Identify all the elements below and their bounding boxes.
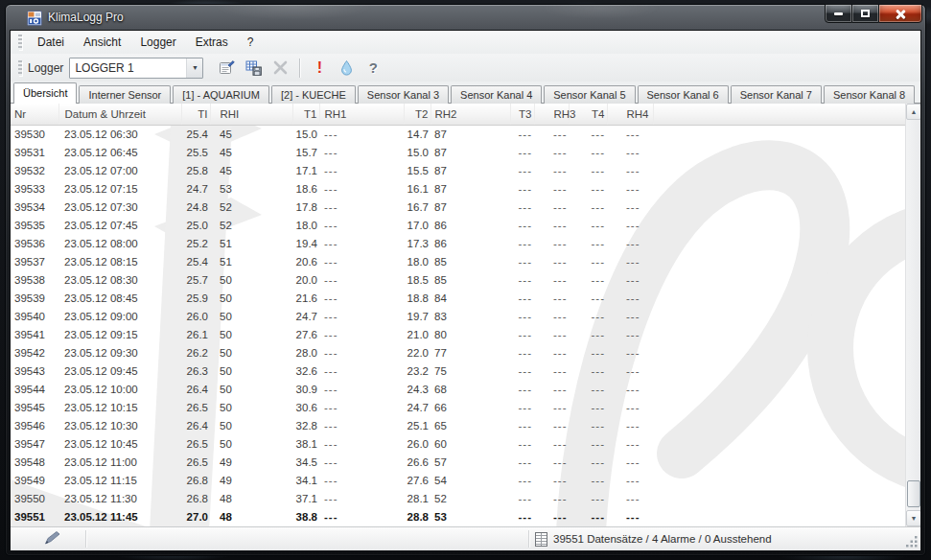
cell-t3: ---: [510, 162, 534, 180]
cell-ti: 26.2: [181, 344, 210, 362]
table-row[interactable]: 3953423.05.12 07:3024.85217.8---16.787--…: [11, 198, 907, 217]
cell-rhi: 45: [210, 125, 292, 144]
tab-uebersicht[interactable]: Übersicht: [13, 82, 77, 104]
col-header-rh1[interactable]: RH1: [319, 104, 404, 125]
tab-kanal-7[interactable]: Sensor Kanal 7: [731, 85, 822, 104]
tab-kanal-4[interactable]: Sensor Kanal 4: [451, 85, 542, 104]
table-row[interactable]: 3953223.05.12 07:0025.84517.1---15.587--…: [11, 162, 907, 180]
cell-rh2: 68: [431, 381, 510, 399]
table-row[interactable]: 3953723.05.12 08:1525.45120.6---18.085--…: [11, 253, 907, 271]
table-row[interactable]: 3955123.05.12 11:4527.04838.8---28.853--…: [11, 508, 907, 526]
col-header-rh2[interactable]: RH2: [431, 104, 510, 125]
col-header-datum[interactable]: Datum & Uhrzeit: [58, 104, 181, 125]
cell-rh3: ---: [534, 508, 569, 526]
tab-kanal-1[interactable]: [1] - AQUARIUM: [173, 85, 269, 104]
cell-rh1: ---: [319, 454, 404, 472]
col-header-rh3[interactable]: RH3: [534, 104, 569, 125]
cell-t3: ---: [510, 217, 534, 235]
tab-interner-sensor[interactable]: Interner Sensor: [79, 85, 171, 104]
cell-rh1: ---: [319, 362, 404, 381]
table-row[interactable]: 3954223.05.12 09:3026.25028.0---22.077--…: [11, 344, 907, 362]
cell-datum: 23.05.12 06:30: [58, 125, 181, 144]
table-row[interactable]: 3953023.05.12 06:3025.44515.0---14.787--…: [11, 125, 907, 144]
resize-grip-icon[interactable]: [906, 536, 919, 548]
scrollbar-thumb[interactable]: [907, 480, 920, 507]
minimize-button[interactable]: [825, 4, 852, 23]
maximize-button[interactable]: [852, 4, 878, 23]
table-row[interactable]: 3953123.05.12 06:4525.54515.7---15.087--…: [11, 144, 907, 162]
table-row[interactable]: 3954823.05.12 11:0026.54934.5---26.657--…: [11, 454, 907, 472]
table-row[interactable]: 3954123.05.12 09:1526.15027.6---21.080--…: [11, 326, 907, 344]
cell-rh1: ---: [319, 399, 404, 417]
cell-t4: ---: [569, 508, 607, 526]
table-row[interactable]: 3954623.05.12 10:3026.45032.8---25.165--…: [11, 417, 907, 435]
cell-t3: ---: [510, 435, 534, 454]
cell-rhi: 49: [210, 454, 292, 472]
cell-t2: 16.7: [404, 198, 431, 217]
cell-t2: 17.3: [404, 235, 431, 253]
properties-button[interactable]: [214, 57, 239, 80]
vertical-scrollbar[interactable]: ▲ ▼: [905, 104, 920, 526]
table-row[interactable]: 3953623.05.12 08:0025.25119.4---17.386--…: [11, 235, 907, 253]
table-row[interactable]: 3953523.05.12 07:4525.05218.0---17.086--…: [11, 217, 907, 235]
table-row[interactable]: 3954023.05.12 09:0026.05024.7---19.783--…: [11, 308, 907, 326]
cell-nr: 39543: [11, 362, 58, 381]
cell-t1: 20.0: [292, 271, 319, 290]
cell-t1: 15.7: [292, 144, 319, 162]
close-button[interactable]: [878, 4, 922, 23]
col-header-rh4[interactable]: RH4: [607, 104, 653, 125]
menu-item-extras[interactable]: Extras: [186, 34, 238, 51]
cell-rh4: ---: [607, 362, 653, 381]
tab-kanal-6[interactable]: Sensor Kanal 6: [638, 85, 729, 104]
cell-rh4: ---: [607, 344, 653, 362]
table-row[interactable]: 3953823.05.12 08:3025.75020.0---18.585--…: [11, 271, 907, 290]
cell-nr: 39548: [11, 454, 58, 472]
scrollbar-up-button[interactable]: ▲: [906, 104, 920, 120]
table-row[interactable]: 3954323.05.12 09:4526.35032.6---23.275--…: [11, 362, 907, 381]
cell-rh1: ---: [319, 180, 404, 198]
table-row[interactable]: 3954723.05.12 10:4526.55038.1---26.060--…: [11, 435, 907, 454]
menu-item-logger[interactable]: Logger: [130, 34, 185, 51]
save-data-button[interactable]: [241, 57, 266, 80]
table-row[interactable]: 3954423.05.12 10:0026.45030.9---24.368--…: [11, 381, 907, 399]
cell-t2: 24.7: [404, 399, 431, 417]
col-header-nr[interactable]: Nr: [11, 104, 58, 125]
table-row[interactable]: 3955023.05.12 11:3026.84837.1---28.152--…: [11, 490, 907, 508]
cell-datum: 23.05.12 10:45: [58, 435, 181, 454]
cell-t3: ---: [510, 290, 534, 308]
cell-rh2: 85: [431, 253, 510, 271]
delete-button[interactable]: [268, 57, 292, 80]
cell-rh4: ---: [607, 162, 653, 180]
cell-t2: 23.2: [404, 362, 431, 381]
tab-kanal-8[interactable]: Sensor Kanal 8: [824, 85, 915, 104]
tab-kanal-3[interactable]: Sensor Kanal 3: [358, 85, 449, 104]
help-button[interactable]: ?: [361, 57, 385, 80]
menu-item-ansicht[interactable]: Ansicht: [74, 34, 130, 51]
table-row[interactable]: 3954923.05.12 11:1526.84934.1---27.654--…: [11, 472, 907, 490]
col-header-t3[interactable]: T3: [510, 104, 534, 125]
scrollbar-down-button[interactable]: ▼: [906, 510, 920, 526]
col-header-rhi[interactable]: RHI: [210, 104, 292, 125]
table-row[interactable]: 3953923.05.12 08:4525.95021.6---18.884--…: [11, 290, 907, 308]
cell-rh2: 57: [431, 454, 510, 472]
menubar-gripper-icon[interactable]: [18, 35, 22, 50]
cell-ti: 26.1: [181, 326, 210, 344]
table-row[interactable]: 3953323.05.12 07:1524.75318.6---16.187--…: [11, 180, 907, 198]
menu-item-hilfe[interactable]: ?: [238, 34, 264, 51]
cell-rh1: ---: [319, 490, 404, 508]
logger-combobox[interactable]: LOGGER 1 ▼: [69, 58, 203, 79]
toolbar-gripper-icon[interactable]: [18, 60, 22, 76]
cell-rh1: ---: [319, 198, 404, 217]
col-header-t2[interactable]: T2: [404, 104, 431, 125]
humidity-button[interactable]: [334, 57, 359, 80]
col-header-ti[interactable]: TI: [181, 104, 210, 125]
alarm-button[interactable]: !: [307, 57, 332, 80]
cell-datum: 23.05.12 10:15: [58, 399, 181, 417]
cell-ti: 26.8: [181, 472, 210, 490]
cell-rh2: 83: [431, 308, 510, 326]
table-row[interactable]: 3954523.05.12 10:1526.55030.6---24.766--…: [11, 399, 907, 417]
menu-item-datei[interactable]: Datei: [28, 34, 74, 51]
col-header-t1[interactable]: T1: [292, 104, 319, 125]
tab-kanal-5[interactable]: Sensor Kanal 5: [544, 85, 635, 104]
tab-kanal-2[interactable]: [2] - KUECHE: [271, 85, 356, 104]
